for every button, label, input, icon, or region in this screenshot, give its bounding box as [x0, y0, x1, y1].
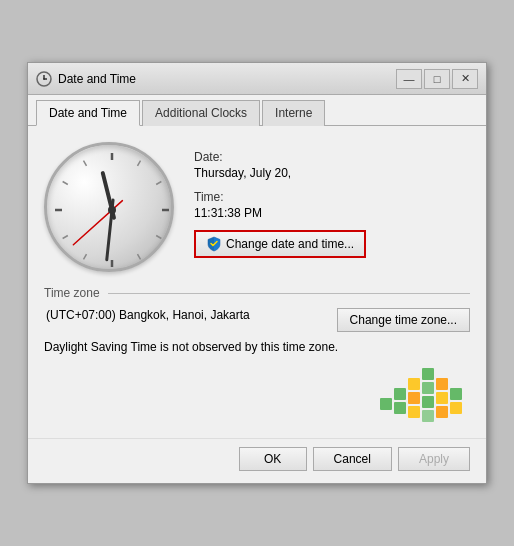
time-label: Time:	[194, 190, 470, 204]
tab-internet[interactable]: Interne	[262, 100, 325, 126]
svg-line-18	[73, 201, 122, 245]
watermark-area	[44, 366, 470, 426]
svg-rect-25	[408, 406, 420, 418]
svg-rect-23	[408, 378, 420, 390]
change-date-time-button[interactable]: Change date and time...	[194, 230, 366, 258]
date-label: Date:	[194, 150, 470, 164]
svg-rect-30	[436, 378, 448, 390]
svg-rect-22	[394, 402, 406, 414]
divider-line	[108, 293, 470, 294]
time-value: 11:31:38 PM	[194, 206, 470, 220]
timezone-divider: Time zone	[44, 286, 470, 300]
minimize-button[interactable]: —	[396, 69, 422, 89]
timezone-section-label: Time zone	[44, 286, 100, 300]
tab-date-and-time[interactable]: Date and Time	[36, 100, 140, 126]
svg-rect-34	[450, 402, 462, 414]
mosaic-watermark	[380, 368, 470, 426]
tab-bar: Date and Time Additional Clocks Interne	[28, 95, 486, 126]
svg-rect-32	[436, 406, 448, 418]
svg-rect-27	[422, 382, 434, 394]
tab-additional-clocks[interactable]: Additional Clocks	[142, 100, 260, 126]
title-bar: Date and Time — □ ✕	[28, 63, 486, 95]
svg-rect-24	[408, 392, 420, 404]
shield-icon	[206, 236, 222, 252]
date-time-section: Date: Thursday, July 20, Time: 11:31:38 …	[44, 142, 470, 272]
svg-line-5	[138, 161, 141, 166]
svg-point-3	[43, 78, 45, 80]
change-timezone-button[interactable]: Change time zone...	[337, 308, 470, 332]
clock-face	[44, 142, 174, 272]
svg-rect-20	[380, 398, 392, 410]
svg-rect-28	[422, 396, 434, 408]
svg-line-12	[63, 236, 68, 239]
svg-line-14	[63, 182, 68, 185]
svg-line-8	[156, 236, 161, 239]
svg-rect-26	[422, 368, 434, 380]
svg-point-19	[108, 206, 116, 214]
cancel-button[interactable]: Cancel	[313, 447, 392, 471]
svg-line-15	[84, 161, 87, 166]
svg-rect-33	[450, 388, 462, 400]
svg-rect-31	[436, 392, 448, 404]
timezone-section: Time zone (UTC+07:00) Bangkok, Hanoi, Ja…	[44, 286, 470, 354]
ok-button[interactable]: OK	[239, 447, 307, 471]
date-time-window: Date and Time — □ ✕ Date and Time Additi…	[27, 62, 487, 484]
main-content: Date: Thursday, July 20, Time: 11:31:38 …	[28, 126, 486, 438]
date-info-panel: Date: Thursday, July 20, Time: 11:31:38 …	[194, 142, 470, 272]
svg-line-11	[84, 254, 87, 259]
apply-button[interactable]: Apply	[398, 447, 470, 471]
timezone-value: (UTC+07:00) Bangkok, Hanoi, Jakarta	[44, 308, 250, 322]
footer: OK Cancel Apply	[28, 438, 486, 483]
dst-text: Daylight Saving Time is not observed by …	[44, 340, 470, 354]
svg-line-6	[156, 182, 161, 185]
svg-line-9	[138, 254, 141, 259]
svg-rect-29	[422, 410, 434, 422]
svg-rect-21	[394, 388, 406, 400]
analog-clock	[44, 142, 174, 272]
change-date-time-label: Change date and time...	[226, 237, 354, 251]
date-value: Thursday, July 20,	[194, 166, 470, 180]
window-icon	[36, 71, 52, 87]
window-title: Date and Time	[58, 72, 396, 86]
close-button[interactable]: ✕	[452, 69, 478, 89]
title-bar-buttons: — □ ✕	[396, 69, 478, 89]
maximize-button[interactable]: □	[424, 69, 450, 89]
